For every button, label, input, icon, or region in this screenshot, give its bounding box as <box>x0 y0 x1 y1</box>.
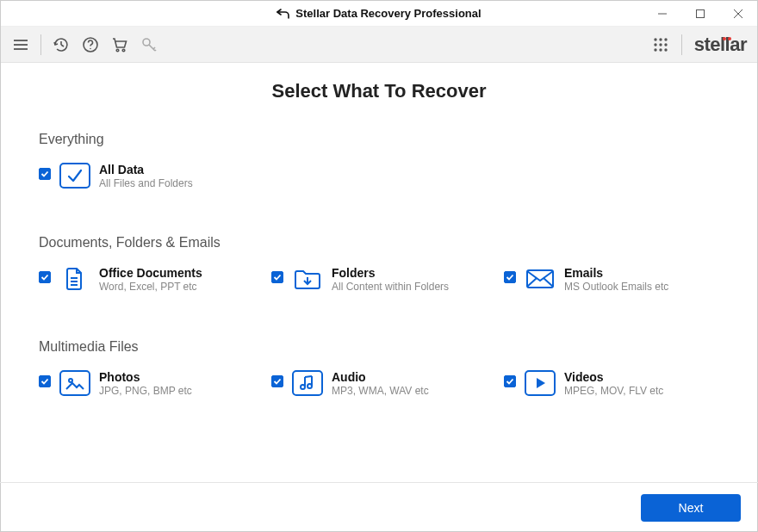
option-title: Photos <box>99 370 192 385</box>
checkbox-videos[interactable] <box>504 375 516 387</box>
svg-rect-27 <box>527 270 553 288</box>
option-all-data: All Data All Files and Folders <box>39 163 263 190</box>
option-sub: All Content within Folders <box>332 281 449 294</box>
close-button[interactable] <box>719 1 757 27</box>
svg-point-32 <box>308 384 312 388</box>
svg-point-22 <box>664 48 667 51</box>
svg-line-29 <box>544 278 553 287</box>
toolbar-divider <box>40 34 41 55</box>
svg-point-21 <box>659 48 662 51</box>
maximize-button[interactable] <box>681 1 719 27</box>
window-title: Stellar Data Recovery Professional <box>295 7 481 20</box>
svg-point-19 <box>664 43 667 46</box>
option-sub: MS Outlook Emails etc <box>564 281 668 294</box>
history-icon[interactable] <box>52 35 71 54</box>
section-everything: Everything All Data All Files and Folder… <box>39 132 719 190</box>
section-title: Documents, Folders & Emails <box>39 235 719 251</box>
cart-icon[interactable] <box>110 35 129 54</box>
undo-arrow-icon <box>276 8 290 20</box>
toolbar-divider <box>681 34 682 55</box>
email-icon <box>525 266 556 292</box>
option-sub: All Files and Folders <box>99 177 193 191</box>
option-photos: Photos JPG, PNG, BMP etc <box>39 370 254 398</box>
svg-point-18 <box>659 43 662 46</box>
document-icon <box>59 266 90 292</box>
svg-point-16 <box>664 38 667 40</box>
option-sub: Word, Excel, PPT etc <box>99 281 202 294</box>
section-docs: Documents, Folders & Emails Office Docum… <box>39 235 719 294</box>
next-button[interactable]: Next <box>641 494 741 522</box>
option-title: Videos <box>564 370 663 385</box>
folder-icon <box>292 266 323 292</box>
svg-marker-33 <box>537 378 545 388</box>
footer: Next <box>0 482 758 532</box>
option-title: All Data <box>99 163 193 177</box>
option-title: Emails <box>564 266 668 281</box>
option-videos: Videos MPEG, MOV, FLV etc <box>504 370 719 398</box>
option-audio: Audio MP3, WMA, WAV etc <box>271 370 487 398</box>
minimize-button[interactable] <box>643 1 681 27</box>
section-title: Multimedia Files <box>39 339 719 355</box>
section-media: Multimedia Files Photos JPG, PNG, BMP et… <box>39 339 719 398</box>
option-emails: Emails MS Outlook Emails etc <box>504 266 719 294</box>
page-title: Select What To Recover <box>39 80 719 102</box>
option-sub: JPG, PNG, BMP etc <box>99 385 192 399</box>
photo-icon <box>59 370 90 396</box>
checkbox-all-data[interactable] <box>39 168 51 180</box>
audio-icon <box>292 370 323 396</box>
titlebar: Stellar Data Recovery Professional <box>1 1 757 27</box>
checkbox-office[interactable] <box>39 271 51 283</box>
main-content: Select What To Recover Everything All Da… <box>1 63 757 398</box>
option-sub: MP3, WMA, WAV etc <box>332 385 429 399</box>
menu-icon[interactable] <box>11 35 30 54</box>
option-sub: MPEG, MOV, FLV etc <box>564 385 663 399</box>
checkbox-emails[interactable] <box>504 271 516 283</box>
svg-point-30 <box>69 379 72 382</box>
svg-point-15 <box>659 38 662 40</box>
svg-point-14 <box>654 38 656 40</box>
svg-point-17 <box>654 43 656 46</box>
checkbox-folders[interactable] <box>271 271 283 283</box>
svg-point-11 <box>116 49 119 52</box>
option-title: Folders <box>332 266 449 281</box>
checkbox-photos[interactable] <box>39 375 51 387</box>
svg-rect-1 <box>697 10 705 18</box>
svg-line-28 <box>527 278 537 287</box>
svg-point-20 <box>654 48 656 51</box>
svg-point-10 <box>90 47 91 49</box>
all-data-icon <box>59 163 90 189</box>
option-folders: Folders All Content within Folders <box>271 266 487 294</box>
checkbox-audio[interactable] <box>271 375 283 387</box>
option-office: Office Documents Word, Excel, PPT etc <box>39 266 254 294</box>
svg-point-12 <box>122 49 125 52</box>
svg-point-13 <box>143 39 150 46</box>
apps-grid-icon[interactable] <box>652 36 669 53</box>
brand-logo: stellar <box>694 35 747 54</box>
video-icon <box>525 370 556 396</box>
option-title: Audio <box>332 370 429 385</box>
section-title: Everything <box>39 132 719 147</box>
key-icon[interactable] <box>140 35 158 54</box>
help-icon[interactable] <box>81 35 100 54</box>
toolbar: stellar <box>1 27 757 63</box>
option-title: Office Documents <box>99 266 202 281</box>
svg-line-8 <box>61 45 64 46</box>
svg-point-31 <box>301 385 305 389</box>
